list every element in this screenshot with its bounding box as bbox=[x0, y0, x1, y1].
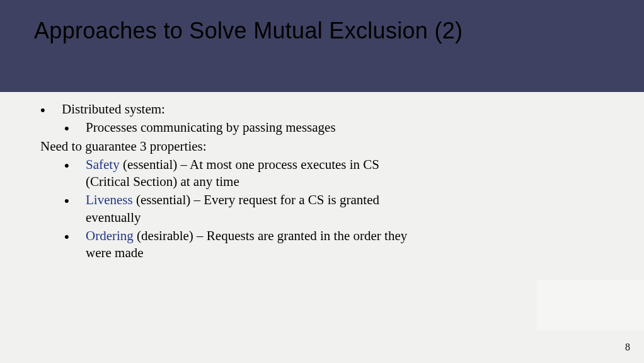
body-line: Need to guarantee 3 properties: bbox=[40, 138, 418, 155]
bullet-text: Liveness (essential) – Every request for… bbox=[86, 192, 418, 226]
decorative-patch bbox=[537, 280, 644, 330]
bullet-icon: • bbox=[64, 156, 86, 173]
property-desc: (essential) – At most one process execut… bbox=[86, 157, 379, 189]
body-text: Need to guarantee 3 properties: bbox=[40, 138, 418, 155]
bullet-icon: • bbox=[64, 228, 86, 244]
slide: Approaches to Solve Mutual Exclusion (2)… bbox=[0, 0, 644, 363]
title-band bbox=[0, 0, 644, 92]
bullet-text: Safety (essential) – At most one process… bbox=[86, 156, 418, 191]
slide-body: • Distributed system: • Processes commun… bbox=[40, 101, 418, 263]
bullet-icon: • bbox=[64, 192, 86, 208]
property-desc: (desirable) – Requests are granted in th… bbox=[86, 228, 407, 260]
bullet-row: • Distributed system: bbox=[40, 101, 418, 118]
slide-title: Approaches to Solve Mutual Exclusion (2) bbox=[34, 18, 463, 44]
bullet-icon: • bbox=[40, 101, 62, 117]
bullet-row: • Safety (essential) – At most one proce… bbox=[64, 156, 418, 191]
bullet-icon: • bbox=[64, 119, 86, 135]
bullet-text: Ordering (desirable) – Requests are gran… bbox=[86, 228, 418, 262]
property-term: Ordering bbox=[86, 228, 134, 243]
bullet-row: • Processes communicating by passing mes… bbox=[64, 119, 418, 136]
bullet-text: Distributed system: bbox=[62, 101, 418, 118]
bullet-row: • Ordering (desirable) – Requests are gr… bbox=[64, 228, 418, 262]
property-term: Liveness bbox=[86, 192, 133, 207]
bullet-text: Processes communicating by passing messa… bbox=[86, 119, 418, 136]
bullet-row: • Liveness (essential) – Every request f… bbox=[64, 192, 418, 226]
page-number: 8 bbox=[625, 342, 630, 353]
property-term: Safety bbox=[86, 157, 120, 172]
